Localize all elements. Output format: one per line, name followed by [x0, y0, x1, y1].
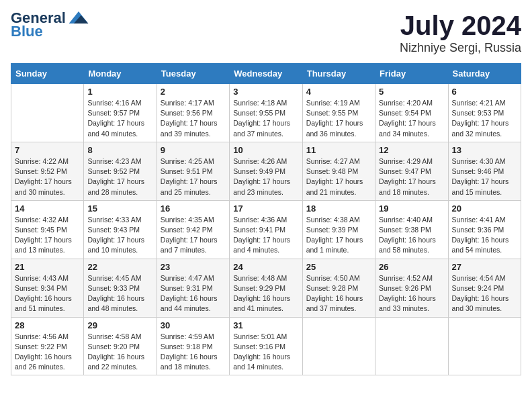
calendar-cell: 19Sunrise: 4:40 AM Sunset: 9:38 PM Dayli…	[375, 200, 448, 259]
calendar-cell: 4Sunrise: 4:19 AM Sunset: 9:55 PM Daylig…	[302, 84, 375, 142]
day-info: Sunrise: 4:20 AM Sunset: 9:54 PM Dayligh…	[379, 98, 444, 139]
day-number: 5	[379, 87, 444, 97]
day-info: Sunrise: 4:16 AM Sunset: 9:57 PM Dayligh…	[87, 98, 152, 139]
day-info: Sunrise: 4:19 AM Sunset: 9:55 PM Dayligh…	[306, 98, 371, 139]
calendar-cell: 9Sunrise: 4:25 AM Sunset: 9:51 PM Daylig…	[157, 142, 229, 200]
day-info: Sunrise: 4:36 AM Sunset: 9:41 PM Dayligh…	[233, 215, 298, 256]
day-info: Sunrise: 4:41 AM Sunset: 9:36 PM Dayligh…	[452, 215, 517, 256]
calendar-cell: 22Sunrise: 4:45 AM Sunset: 9:33 PM Dayli…	[84, 259, 157, 317]
day-info: Sunrise: 4:38 AM Sunset: 9:39 PM Dayligh…	[306, 215, 371, 256]
calendar-cell: 13Sunrise: 4:30 AM Sunset: 9:46 PM Dayli…	[448, 142, 521, 200]
day-number: 28	[15, 320, 80, 330]
day-number: 4	[306, 87, 371, 97]
day-number: 16	[161, 203, 226, 214]
logo-icon	[69, 11, 89, 24]
day-number: 27	[452, 262, 517, 272]
calendar-cell: 15Sunrise: 4:33 AM Sunset: 9:43 PM Dayli…	[84, 200, 157, 259]
day-info: Sunrise: 4:33 AM Sunset: 9:43 PM Dayligh…	[87, 215, 152, 256]
logo: GeneralBlue	[11, 11, 89, 39]
day-info: Sunrise: 4:56 AM Sunset: 9:22 PM Dayligh…	[15, 332, 80, 373]
day-number: 8	[87, 145, 152, 155]
day-number: 30	[161, 320, 226, 330]
day-number: 25	[306, 262, 371, 272]
day-info: Sunrise: 4:22 AM Sunset: 9:52 PM Dayligh…	[15, 156, 80, 197]
calendar-cell: 12Sunrise: 4:29 AM Sunset: 9:47 PM Dayli…	[375, 142, 448, 200]
day-info: Sunrise: 4:47 AM Sunset: 9:31 PM Dayligh…	[161, 273, 226, 314]
day-number: 24	[233, 262, 298, 272]
day-header-monday: Monday	[84, 64, 157, 84]
day-number: 23	[161, 262, 226, 272]
day-info: Sunrise: 4:35 AM Sunset: 9:42 PM Dayligh…	[161, 215, 226, 256]
calendar-cell: 27Sunrise: 4:54 AM Sunset: 9:24 PM Dayli…	[448, 259, 521, 317]
day-number: 7	[15, 145, 80, 155]
day-info: Sunrise: 4:18 AM Sunset: 9:55 PM Dayligh…	[233, 98, 298, 139]
calendar-cell: 26Sunrise: 4:52 AM Sunset: 9:26 PM Dayli…	[375, 259, 448, 317]
day-number: 20	[452, 203, 517, 214]
day-info: Sunrise: 5:01 AM Sunset: 9:16 PM Dayligh…	[233, 332, 298, 373]
calendar-cell: 28Sunrise: 4:56 AM Sunset: 9:22 PM Dayli…	[11, 317, 84, 375]
title-area: July 2024 Nizhniye Sergi, Russia	[400, 11, 521, 55]
calendar-cell: 1Sunrise: 4:16 AM Sunset: 9:57 PM Daylig…	[84, 84, 157, 142]
day-number: 12	[379, 145, 444, 155]
calendar-week-row: 21Sunrise: 4:43 AM Sunset: 9:34 PM Dayli…	[11, 259, 521, 317]
day-number: 6	[452, 87, 517, 97]
day-info: Sunrise: 4:17 AM Sunset: 9:56 PM Dayligh…	[161, 98, 226, 139]
day-number: 29	[87, 320, 152, 330]
day-header-thursday: Thursday	[302, 64, 375, 84]
day-info: Sunrise: 4:29 AM Sunset: 9:47 PM Dayligh…	[379, 156, 444, 197]
day-header-saturday: Saturday	[448, 64, 521, 84]
day-info: Sunrise: 4:23 AM Sunset: 9:52 PM Dayligh…	[87, 156, 152, 197]
calendar-cell: 23Sunrise: 4:47 AM Sunset: 9:31 PM Dayli…	[157, 259, 229, 317]
calendar-cell	[11, 84, 84, 142]
day-info: Sunrise: 4:45 AM Sunset: 9:33 PM Dayligh…	[87, 273, 152, 314]
calendar-week-row: 1Sunrise: 4:16 AM Sunset: 9:57 PM Daylig…	[11, 84, 521, 142]
day-number: 3	[233, 87, 298, 97]
day-info: Sunrise: 4:25 AM Sunset: 9:51 PM Dayligh…	[161, 156, 226, 197]
calendar-cell: 30Sunrise: 4:59 AM Sunset: 9:18 PM Dayli…	[157, 317, 229, 375]
day-header-tuesday: Tuesday	[157, 64, 229, 84]
day-header-wednesday: Wednesday	[230, 64, 302, 84]
day-number: 26	[379, 262, 444, 272]
calendar-cell: 3Sunrise: 4:18 AM Sunset: 9:55 PM Daylig…	[230, 84, 302, 142]
day-number: 15	[87, 203, 152, 214]
calendar-week-row: 7Sunrise: 4:22 AM Sunset: 9:52 PM Daylig…	[11, 142, 521, 200]
calendar-cell: 21Sunrise: 4:43 AM Sunset: 9:34 PM Dayli…	[11, 259, 84, 317]
day-info: Sunrise: 4:48 AM Sunset: 9:29 PM Dayligh…	[233, 273, 298, 314]
day-info: Sunrise: 4:59 AM Sunset: 9:18 PM Dayligh…	[161, 332, 226, 373]
day-number: 10	[233, 145, 298, 155]
calendar-cell: 25Sunrise: 4:50 AM Sunset: 9:28 PM Dayli…	[302, 259, 375, 317]
calendar-cell: 29Sunrise: 4:58 AM Sunset: 9:20 PM Dayli…	[84, 317, 157, 375]
day-number: 21	[15, 262, 80, 272]
calendar-week-row: 28Sunrise: 4:56 AM Sunset: 9:22 PM Dayli…	[11, 317, 521, 375]
day-number: 22	[87, 262, 152, 272]
day-number: 14	[15, 203, 80, 214]
calendar-cell: 10Sunrise: 4:26 AM Sunset: 9:49 PM Dayli…	[230, 142, 302, 200]
day-info: Sunrise: 4:32 AM Sunset: 9:45 PM Dayligh…	[15, 215, 80, 256]
location-title: Nizhniye Sergi, Russia	[400, 41, 521, 55]
calendar-cell: 11Sunrise: 4:27 AM Sunset: 9:48 PM Dayli…	[302, 142, 375, 200]
calendar-cell: 24Sunrise: 4:48 AM Sunset: 9:29 PM Dayli…	[230, 259, 302, 317]
calendar-cell: 2Sunrise: 4:17 AM Sunset: 9:56 PM Daylig…	[157, 84, 229, 142]
calendar-header-row: SundayMondayTuesdayWednesdayThursdayFrid…	[11, 64, 521, 84]
day-number: 11	[306, 145, 371, 155]
day-number: 17	[233, 203, 298, 214]
calendar-cell: 20Sunrise: 4:41 AM Sunset: 9:36 PM Dayli…	[448, 200, 521, 259]
day-number: 13	[452, 145, 517, 155]
calendar-cell: 5Sunrise: 4:20 AM Sunset: 9:54 PM Daylig…	[375, 84, 448, 142]
calendar-cell: 18Sunrise: 4:38 AM Sunset: 9:39 PM Dayli…	[302, 200, 375, 259]
calendar-cell: 7Sunrise: 4:22 AM Sunset: 9:52 PM Daylig…	[11, 142, 84, 200]
day-info: Sunrise: 4:43 AM Sunset: 9:34 PM Dayligh…	[15, 273, 80, 314]
day-info: Sunrise: 4:26 AM Sunset: 9:49 PM Dayligh…	[233, 156, 298, 197]
day-number: 2	[161, 87, 226, 97]
day-info: Sunrise: 4:27 AM Sunset: 9:48 PM Dayligh…	[306, 156, 371, 197]
calendar-cell: 14Sunrise: 4:32 AM Sunset: 9:45 PM Dayli…	[11, 200, 84, 259]
calendar-cell: 31Sunrise: 5:01 AM Sunset: 9:16 PM Dayli…	[230, 317, 302, 375]
calendar-week-row: 14Sunrise: 4:32 AM Sunset: 9:45 PM Dayli…	[11, 200, 521, 259]
header: GeneralBlue July 2024 Nizhniye Sergi, Ru…	[11, 11, 521, 55]
calendar-cell	[448, 317, 521, 375]
day-info: Sunrise: 4:58 AM Sunset: 9:20 PM Dayligh…	[87, 332, 152, 373]
calendar-cell	[375, 317, 448, 375]
month-title: July 2024	[400, 11, 521, 41]
calendar-table: SundayMondayTuesdayWednesdayThursdayFrid…	[11, 63, 521, 375]
day-header-friday: Friday	[375, 64, 448, 84]
